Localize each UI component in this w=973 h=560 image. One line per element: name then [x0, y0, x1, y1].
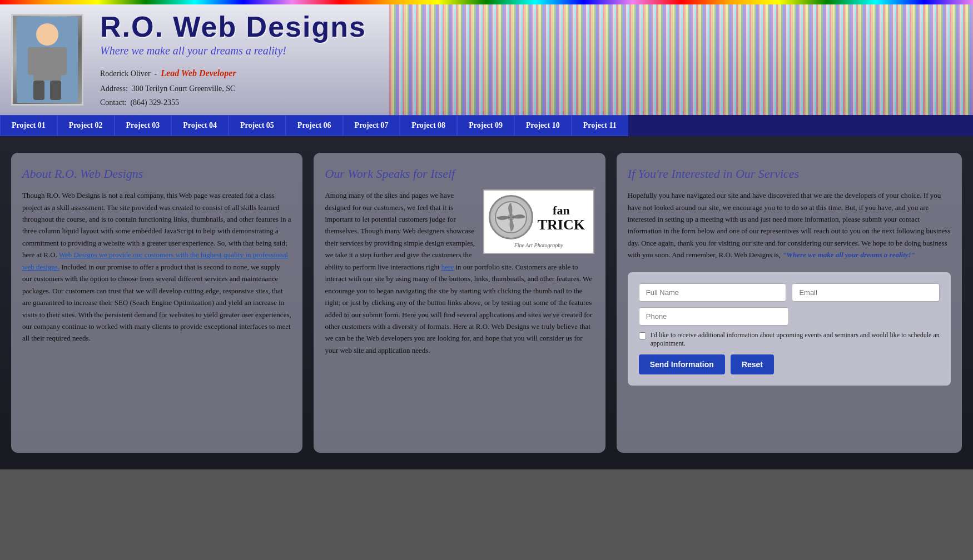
reset-button[interactable]: Reset: [731, 354, 774, 374]
email-input[interactable]: [792, 283, 940, 302]
developer-name-row: Roderick Oliver - Lead Web Developer: [100, 66, 366, 82]
contact-label: Contact:: [100, 98, 126, 107]
form-row-phone: [639, 307, 940, 326]
header: R.O. Web Designs Where we make all your …: [0, 4, 973, 115]
full-name-input[interactable]: [639, 283, 787, 302]
fantrick-logo: fan TRICK Fine Art Photography: [483, 189, 594, 254]
contact-value: (864) 329-2355: [130, 98, 179, 107]
work-title: Our Work Speaks for Itself: [325, 167, 594, 181]
address-label: Address:: [100, 84, 128, 93]
send-information-button[interactable]: Send Information: [639, 354, 725, 374]
form-row-name-email: [639, 283, 940, 302]
rainbow-bar: [0, 0, 973, 4]
svg-rect-4: [58, 47, 67, 75]
newsletter-checkbox[interactable]: [639, 332, 646, 339]
developer-title: Lead Web Developer: [161, 68, 236, 78]
work-column: Our Work Speaks for Itself: [314, 153, 605, 453]
fantrick-subtitle: Fine Art Photography: [489, 242, 589, 248]
navigation: Project 01 Project 02 Project 03 Project…: [0, 115, 973, 136]
main-content: About R.O. Web Designs Though R.O. Web D…: [0, 136, 973, 469]
form-checkbox-row: I'd like to receive additional informati…: [639, 331, 940, 348]
header-info: R.O. Web Designs Where we make all your …: [100, 10, 366, 109]
svg-point-1: [36, 23, 58, 46]
header-contact: Roderick Oliver - Lead Web Developer Add…: [100, 66, 366, 109]
contact-form: I'd like to receive additional informati…: [628, 272, 951, 386]
nav-project-09[interactable]: Project 09: [457, 115, 514, 136]
nav-project-04[interactable]: Project 04: [171, 115, 229, 136]
phone-input[interactable]: [639, 307, 790, 326]
nav-project-11[interactable]: Project 11: [572, 115, 628, 136]
about-title: About R.O. Web Designs: [22, 167, 291, 181]
site-tagline: Where we make all your dreams a reality!: [100, 44, 366, 57]
contact-row: Contact: (864) 329-2355: [100, 96, 366, 109]
svg-rect-2: [33, 47, 61, 81]
nav-project-06[interactable]: Project 06: [286, 115, 343, 136]
developer-name: Roderick Oliver: [100, 69, 151, 78]
nav-project-01[interactable]: Project 01: [0, 115, 57, 136]
fan-icon: [489, 195, 533, 239]
fantrick-brand-name: fan TRICK: [538, 204, 585, 233]
checkbox-label: I'd like to receive additional informati…: [651, 331, 940, 348]
nav-project-07[interactable]: Project 07: [343, 115, 400, 136]
developer-photo: [11, 14, 83, 106]
nav-project-02[interactable]: Project 02: [57, 115, 115, 136]
nav-project-08[interactable]: Project 08: [400, 115, 457, 136]
services-column: If You're Interested in Our Services Hop…: [617, 153, 962, 453]
nav-project-03[interactable]: Project 03: [115, 115, 172, 136]
nav-project-10[interactable]: Project 10: [514, 115, 572, 136]
svg-rect-5: [33, 81, 44, 100]
about-text: Though R.O. Web Designs is not a real co…: [22, 189, 291, 344]
site-title: R.O. Web Designs: [100, 10, 366, 43]
form-buttons: Send Information Reset: [639, 354, 940, 374]
about-column: About R.O. Web Designs Though R.O. Web D…: [11, 153, 302, 453]
svg-rect-6: [50, 81, 61, 100]
services-text: Hopefully you have navigated our site an…: [628, 189, 951, 261]
services-title: If You're Interested in Our Services: [628, 167, 951, 181]
address-row: Address: 300 Terilyn Court Greenville, S…: [100, 82, 366, 96]
address-value: 300 Terilyn Court Greenville, SC: [132, 84, 236, 93]
svg-rect-3: [28, 47, 36, 75]
nav-project-05[interactable]: Project 05: [229, 115, 286, 136]
